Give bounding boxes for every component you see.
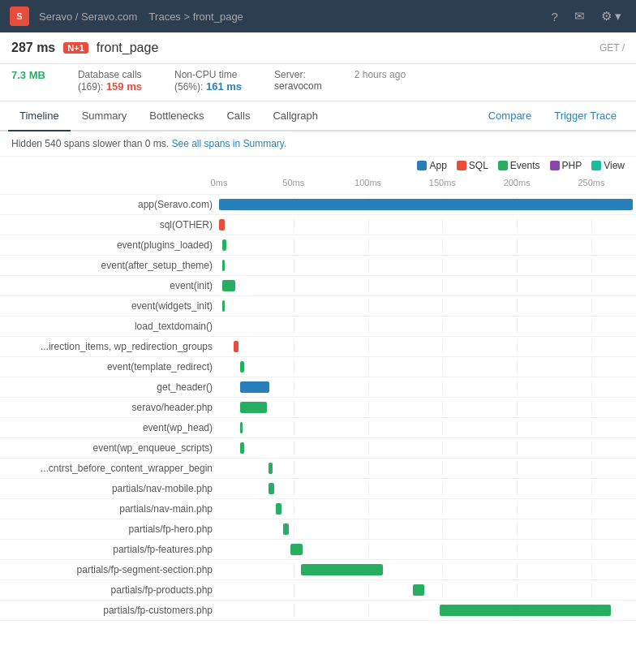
scale-mark: 50ms (282, 178, 304, 187)
span-bar (269, 483, 274, 494)
row-label: seravo/header.php (0, 397, 219, 417)
row-bar-area (219, 377, 636, 397)
tab-summary[interactable]: Summary (71, 101, 139, 131)
table-row: sql(OTHER) (0, 214, 636, 235)
span-bar (240, 361, 245, 373)
row-bar-area (219, 458, 636, 478)
scale-mark: 150ms (429, 178, 456, 187)
table-row: event(template_redirect) (0, 356, 636, 377)
span-bar (219, 219, 225, 230)
row-label: ...irection_items, wp_redirection_groups (0, 336, 219, 356)
span-bar (440, 605, 611, 616)
row-bar-area (219, 559, 636, 579)
table-row: partials/nav-mobile.php (0, 478, 636, 498)
row-label: partials/fp-hero.php (0, 519, 219, 539)
span-bar (219, 199, 633, 210)
scale-mark: 200ms (504, 178, 531, 187)
scale-label (0, 174, 219, 194)
memory-stat: 7.3 MB (11, 69, 45, 81)
bar-wrapper (219, 360, 636, 374)
bar-wrapper (219, 339, 636, 354)
tab-bottlenecks[interactable]: Bottlenecks (138, 101, 215, 131)
row-bar-area (219, 539, 636, 559)
row-label: sql(OTHER) (0, 214, 219, 235)
table-row: partials/fp-products.php (0, 579, 636, 600)
logo[interactable]: S (10, 6, 29, 26)
method-label: GET / (599, 42, 625, 54)
table-row: partials/fp-customers.php (0, 600, 636, 620)
tab-compare[interactable]: Compare (477, 101, 543, 130)
row-bar-area (219, 519, 636, 539)
row-label: partials/fp-products.php (0, 579, 219, 600)
span-bar (301, 564, 383, 575)
n1-badge: N+1 (63, 42, 88, 54)
span-bar (276, 503, 281, 515)
legend-app-label: App (429, 160, 446, 171)
legend-php-label: PHP (562, 160, 582, 171)
row-bar-area (219, 600, 636, 620)
table-row: seravo/header.php (0, 397, 636, 417)
row-label: partials/nav-mobile.php (0, 478, 219, 498)
row-bar-area (219, 214, 636, 235)
db-detail: (169): 159 ms (78, 80, 142, 93)
bar-wrapper (219, 197, 636, 212)
bar-wrapper (219, 481, 636, 496)
table-row: ...cntrst_before_content_wrapper_begin (0, 458, 636, 478)
row-label: app(Seravo.com) (0, 194, 219, 214)
row-bar-area (219, 579, 636, 600)
row-label: event(widgets_init) (0, 295, 219, 316)
bar-wrapper (219, 461, 636, 476)
php-color-box (550, 161, 560, 170)
settings-icon[interactable]: ⚙ ▾ (601, 9, 621, 24)
tab-bar: Timeline Summary Bottlenecks Calls Callg… (0, 101, 636, 131)
span-bar (240, 442, 245, 454)
breadcrumb: Seravo / Seravo.com Traces > front_page (39, 11, 243, 23)
table-row: partials/fp-hero.php (0, 519, 636, 539)
row-bar-area (219, 478, 636, 498)
row-bar-area (219, 397, 636, 417)
span-bar (413, 584, 425, 596)
table-row: get_header() (0, 377, 636, 397)
bar-wrapper (219, 380, 636, 394)
bar-wrapper (219, 441, 636, 455)
server-label: Server: (274, 69, 322, 80)
row-bar-area (219, 275, 636, 295)
row-label: partials/fp-segment-section.php (0, 559, 219, 579)
events-color-box (498, 161, 508, 170)
legend: App SQL Events PHP View (0, 157, 636, 174)
tab-trigger-trace[interactable]: Trigger Trace (543, 101, 628, 130)
legend-events: Events (498, 160, 540, 171)
span-bar (240, 402, 267, 413)
bar-wrapper (219, 603, 636, 618)
tab-calls[interactable]: Calls (215, 101, 261, 131)
memory-value: 7.3 MB (11, 69, 45, 81)
header-bar: 287 ms N+1 front_page GET / (0, 32, 636, 64)
tab-timeline[interactable]: Timeline (8, 101, 71, 131)
timestamp-stat: 2 hours ago (355, 69, 406, 80)
help-icon[interactable]: ? (551, 10, 557, 24)
bar-wrapper (219, 278, 636, 293)
tab-callgraph[interactable]: Callgraph (261, 101, 329, 131)
row-label: get_header() (0, 377, 219, 397)
timestamp-value: 2 hours ago (355, 69, 406, 80)
see-all-spans-link[interactable]: See all spans in Summary. (171, 138, 286, 149)
span-bar (234, 341, 238, 352)
info-bar: Hidden 540 spans slower than 0 ms. See a… (0, 131, 636, 157)
timeline-table: 0ms50ms100ms150ms200ms250msapp(Seravo.co… (0, 174, 636, 621)
span-bar (240, 381, 270, 393)
span-bar (222, 260, 226, 271)
scale-mark: 0ms (211, 178, 228, 187)
top-nav: S Seravo / Seravo.com Traces > front_pag… (0, 0, 636, 32)
bar-wrapper (219, 502, 636, 516)
legend-view: View (591, 160, 625, 171)
mail-icon[interactable]: ✉ (574, 9, 585, 24)
legend-app: App (417, 160, 446, 171)
bar-wrapper (219, 238, 636, 252)
row-bar-area (219, 356, 636, 377)
sql-color-box (457, 161, 466, 170)
legend-sql: SQL (457, 160, 488, 171)
bar-wrapper (219, 319, 636, 334)
row-label: load_textdomain() (0, 316, 219, 336)
span-bar (222, 239, 227, 251)
span-bar (240, 422, 243, 433)
